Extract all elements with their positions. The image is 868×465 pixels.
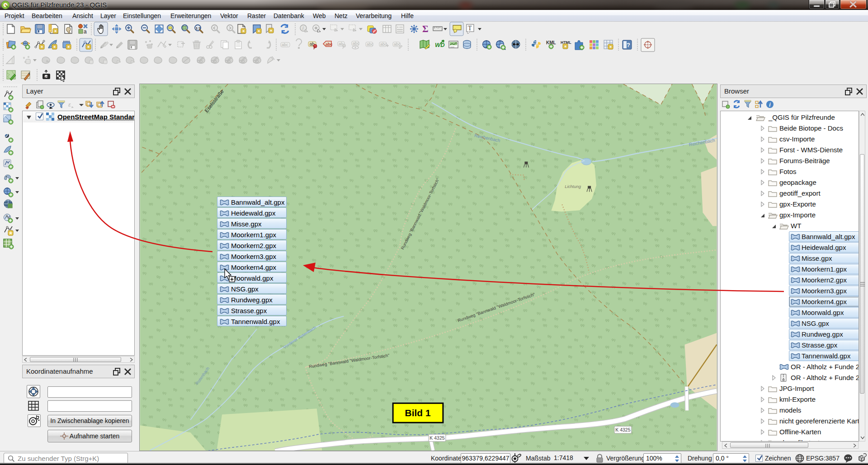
svg-text:ε: ε bbox=[68, 101, 71, 108]
svg-text:1:1: 1:1 bbox=[196, 26, 201, 30]
svg-text:abc: abc bbox=[282, 42, 288, 47]
svg-text:WD: WD bbox=[435, 42, 445, 48]
svg-text:a: a bbox=[84, 28, 87, 35]
svg-text:K 4325: K 4325 bbox=[615, 427, 630, 432]
svg-text:Σ: Σ bbox=[422, 23, 429, 34]
svg-text:abc: abc bbox=[353, 41, 359, 46]
svg-text:abc: abc bbox=[394, 42, 401, 47]
svg-text:K 4325: K 4325 bbox=[429, 436, 444, 441]
svg-text:?: ? bbox=[627, 42, 630, 48]
svg-text:abc: abc bbox=[367, 42, 373, 47]
svg-text:Bild 1: Bild 1 bbox=[405, 408, 431, 418]
svg-text:abc: abc bbox=[326, 42, 333, 47]
svg-text:abc: abc bbox=[380, 42, 387, 47]
svg-text:Ø: Ø bbox=[45, 75, 48, 79]
svg-text:T: T bbox=[468, 25, 472, 32]
svg-text:Lichtung: Lichtung bbox=[565, 184, 581, 189]
